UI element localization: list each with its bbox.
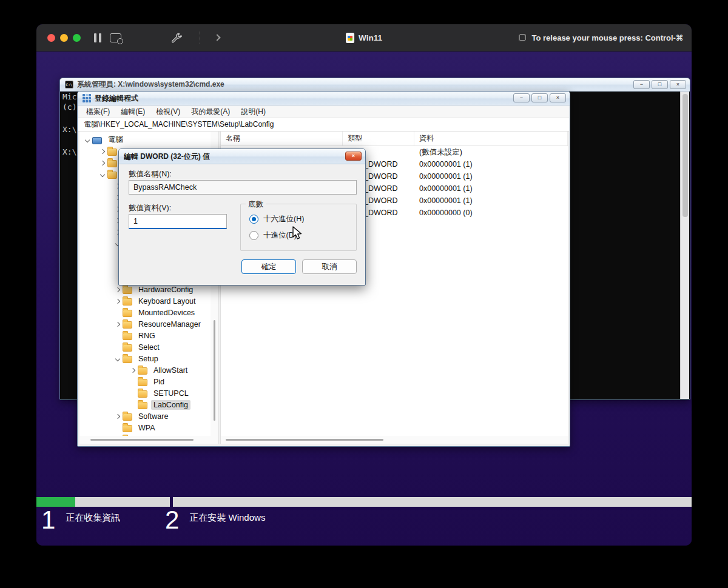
tree-item-label: Pid <box>151 377 167 387</box>
base-group-label: 底數 <box>246 199 266 210</box>
menu-item[interactable]: 編輯(E) <box>115 105 150 118</box>
wrench-icon[interactable] <box>171 32 183 44</box>
regedit-maximize-button[interactable]: □ <box>531 93 548 102</box>
cmd-maximize-button[interactable]: □ <box>652 80 668 89</box>
tree-item[interactable]: Setup <box>79 353 211 364</box>
expander-chevron-icon[interactable] <box>113 299 121 303</box>
values-horizontal-scrollbar[interactable] <box>221 436 568 444</box>
tree-item-label: Keyboard Layout <box>136 296 198 306</box>
folder-icon <box>92 137 102 144</box>
folder-icon <box>123 321 132 329</box>
folder-icon <box>123 333 132 340</box>
regedit-title: 登錄編輯程式 <box>95 93 138 104</box>
step1-number: 1 <box>41 507 55 533</box>
column-header-data[interactable]: 資料 <box>414 132 568 145</box>
value-data: (數值未設定) <box>414 147 568 158</box>
tree-horizontal-scrollbar[interactable] <box>79 436 218 444</box>
win11-file-icon <box>346 33 354 43</box>
tree-item[interactable]: Select <box>79 341 211 353</box>
value-data-input[interactable] <box>129 214 227 229</box>
step2-number: 2 <box>165 507 179 533</box>
tree-item[interactable]: ResourceManager <box>79 318 211 330</box>
cancel-button[interactable]: 取消 <box>302 259 357 274</box>
registry-path: 電腦\HKEY_LOCAL_MACHINE\SYSTEM\Setup\LabCo… <box>84 119 274 130</box>
setup-steps: 1 正在收集資訊 2 正在安裝 Windows <box>36 507 692 543</box>
cmd-vertical-scrollbar[interactable] <box>680 92 689 399</box>
folder-icon <box>123 310 132 317</box>
tree-item[interactable]: Keyboard Layout <box>79 295 211 307</box>
tree-item[interactable]: AllowStart <box>79 364 211 376</box>
cmd-titlebar[interactable]: C:\ 系統管理員: X:\windows\system32\cmd.exe −… <box>60 78 690 92</box>
regedit-titlebar[interactable]: 登錄編輯程式 − □ × <box>78 92 570 105</box>
hexadecimal-radio[interactable]: 十六進位(H) <box>249 214 304 224</box>
column-header-type[interactable]: 類型 <box>343 132 414 145</box>
vm-window: Win11 To release your mouse press: Contr… <box>36 24 692 546</box>
regedit-close-button[interactable]: × <box>550 93 566 102</box>
tree-item-label: WPA <box>136 423 158 433</box>
folder-icon <box>107 160 117 167</box>
chevron-right-icon[interactable] <box>214 34 220 41</box>
menu-item[interactable]: 檔案(F) <box>81 105 115 118</box>
minimize-window-button[interactable] <box>60 34 68 42</box>
expander-chevron-icon[interactable] <box>98 150 106 153</box>
tree-item[interactable]: RNG <box>79 330 211 341</box>
tree-item[interactable]: 電腦 <box>79 134 211 145</box>
cmd-output-line: X:\ <box>62 125 76 134</box>
snapshot-icon[interactable] <box>110 33 121 42</box>
tree-item-label: MountedDevices <box>136 308 197 318</box>
dialog-close-button[interactable]: × <box>345 152 362 161</box>
column-header-name[interactable]: 名稱 <box>221 132 343 145</box>
tree-item-label: RNG <box>136 331 158 341</box>
expander-chevron-icon[interactable] <box>83 138 91 142</box>
folder-icon <box>123 356 132 363</box>
tree-item[interactable]: Software <box>79 410 211 422</box>
tree-item[interactable]: LabConfig <box>79 399 211 410</box>
cmd-output-line: Mic <box>62 92 76 101</box>
decimal-radio[interactable]: 十進位(D) <box>249 230 297 241</box>
tree-item[interactable]: MountedDevices <box>79 307 211 318</box>
radio-checked-icon[interactable] <box>249 215 258 224</box>
value-name-input[interactable] <box>129 180 357 195</box>
menu-item[interactable]: 檢視(V) <box>150 105 186 118</box>
folder-icon <box>123 287 132 294</box>
tree-item-label: LabConfig <box>151 400 190 410</box>
dialog-titlebar[interactable]: 編輯 DWORD (32-位元) 值 × <box>119 149 365 164</box>
dialog-title: 編輯 DWORD (32-位元) 值 <box>124 152 210 162</box>
regedit-minimize-button[interactable]: − <box>513 93 530 102</box>
tree-item-label: HardwareConfig <box>136 285 195 295</box>
release-mouse-hint: To release your mouse press: Control-⌘ <box>532 33 684 42</box>
expander-chevron-icon[interactable] <box>113 322 121 326</box>
close-window-button[interactable] <box>47 34 55 42</box>
tree-item-label: SETUPCL <box>151 389 191 398</box>
menu-item[interactable]: 我的最愛(A) <box>186 105 235 118</box>
copy-icon <box>519 34 526 41</box>
folder-icon <box>138 379 147 386</box>
expander-chevron-icon[interactable] <box>113 288 121 292</box>
radio-unchecked-icon[interactable] <box>249 231 258 240</box>
value-data-label: 數值資料(V): <box>129 203 171 213</box>
cmd-close-button[interactable]: × <box>670 80 686 89</box>
expander-chevron-icon[interactable] <box>129 369 136 372</box>
tree-item[interactable]: SETUPCL <box>79 387 211 399</box>
folder-icon <box>138 367 147 375</box>
zoom-window-button[interactable] <box>73 34 81 42</box>
folder-icon <box>138 402 147 409</box>
ok-button[interactable]: 確定 <box>241 259 296 274</box>
menu-item[interactable]: 說明(H) <box>235 105 271 118</box>
expander-chevron-icon[interactable] <box>113 415 121 418</box>
tree-item[interactable]: Pid <box>79 376 211 387</box>
expander-chevron-icon[interactable] <box>113 357 121 361</box>
vm-title-text: Win11 <box>359 33 382 42</box>
tree-item-label: Software <box>136 412 170 421</box>
folder-icon <box>123 344 132 352</box>
expander-chevron-icon[interactable] <box>98 173 106 176</box>
pause-vm-icon[interactable] <box>94 33 101 42</box>
tree-item[interactable]: WPA <box>79 422 211 433</box>
expander-chevron-icon[interactable] <box>98 161 106 165</box>
mouse-cursor <box>291 226 305 241</box>
cmd-output-line: (c) <box>62 102 76 112</box>
step2-progress-bar <box>173 497 692 507</box>
cmd-minimize-button[interactable]: − <box>633 80 650 89</box>
regedit-address-bar[interactable]: 電腦\HKEY_LOCAL_MACHINE\SYSTEM\Setup\LabCo… <box>78 118 569 132</box>
tree-item-label: Setup <box>136 354 161 364</box>
